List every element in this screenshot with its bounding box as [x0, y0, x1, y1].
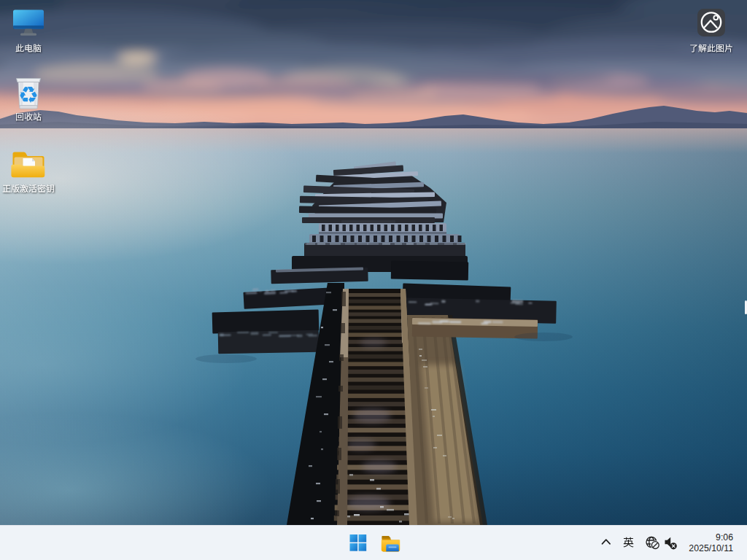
svg-text:9:06: 9:06 [716, 532, 733, 542]
svg-text:2025/10/11: 2025/10/11 [689, 543, 733, 553]
